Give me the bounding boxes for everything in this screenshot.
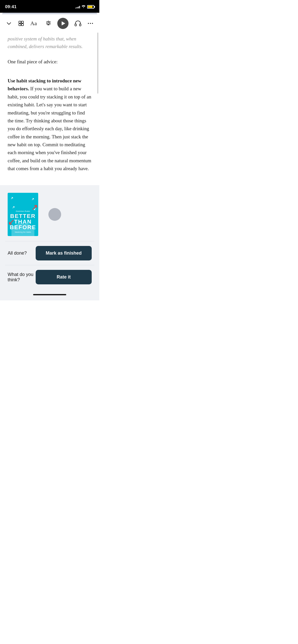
wifi-icon (82, 5, 86, 9)
book-cover: Gretchen Rubin BETTER THAN BEFORE Master… (8, 193, 38, 236)
book-subtitle: Mastering the Habits (10, 231, 36, 233)
svg-rect-2 (19, 24, 21, 26)
svg-text:Aa: Aa (30, 20, 37, 26)
font-settings-icon[interactable]: Aa (30, 20, 39, 27)
svg-point-9 (88, 23, 89, 24)
book-section: Gretchen Rubin BETTER THAN BEFORE Master… (0, 185, 99, 241)
what-do-you-think-label: What do you think? (8, 272, 36, 283)
mark-finished-row: All done? Mark as finished (5, 241, 94, 265)
book-title-better: BETTER (10, 213, 36, 219)
svg-point-11 (92, 23, 93, 24)
home-bar (33, 294, 66, 295)
signal-bars-icon (75, 5, 80, 8)
bottom-panel: All done? Mark as finished What do you t… (0, 241, 99, 291)
paragraph-advice: One final piece of advice: (8, 58, 92, 66)
svg-rect-7 (75, 24, 76, 26)
reading-area: positive system of habits that, when com… (0, 33, 99, 185)
svg-rect-8 (79, 24, 81, 26)
mark-as-finished-button[interactable]: Mark as finished (36, 246, 92, 260)
toolbar: Aa (0, 14, 99, 33)
chevron-down-icon[interactable] (6, 20, 12, 27)
battery-icon (87, 5, 94, 9)
more-options-icon[interactable] (87, 20, 94, 27)
svg-rect-0 (19, 21, 21, 23)
status-icons (75, 5, 94, 9)
grid-view-icon[interactable] (18, 20, 24, 27)
fade-text: positive system of habits that, when com… (8, 33, 92, 51)
home-indicator (0, 291, 99, 300)
progress-circle (48, 208, 61, 221)
insights-icon[interactable] (45, 20, 52, 27)
svg-rect-1 (21, 21, 23, 23)
paragraph-habit-stacking: Use habit stacking to introduce new beha… (8, 77, 92, 172)
play-button[interactable] (57, 18, 69, 29)
rate-it-row: What do you think? Rate it (5, 265, 94, 289)
all-done-label: All done? (8, 251, 27, 256)
rate-it-button[interactable]: Rate it (36, 270, 92, 284)
svg-rect-3 (21, 24, 23, 26)
svg-point-10 (90, 23, 91, 24)
headphones-icon[interactable] (74, 20, 82, 27)
status-time: 09:41 (5, 4, 17, 9)
status-bar: 09:41 (0, 0, 99, 13)
